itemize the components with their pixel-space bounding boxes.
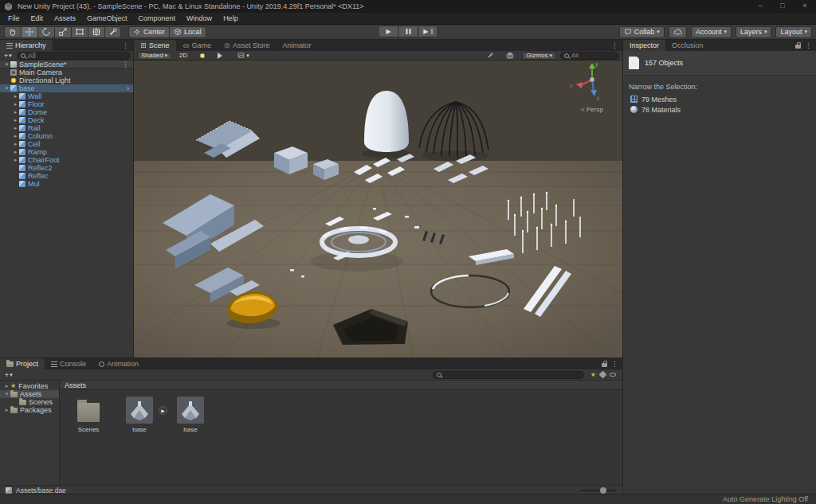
tab-game[interactable]: Game [176,40,218,51]
hierarchy-item-deck[interactable]: ▸Deck [0,116,133,124]
hierarchy-item-rail[interactable]: ▸Rail [0,124,133,132]
tab-inspector[interactable]: Inspector [623,40,665,51]
move-tool-button[interactable] [21,26,37,38]
foldout-open-icon[interactable]: ▾ [3,61,10,68]
minimize-button[interactable]: – [749,0,771,13]
tab-asset-store[interactable]: Asset Store [218,40,277,51]
foldout-closed-icon[interactable]: ▸ [12,108,19,116]
foldout-closed-icon[interactable]: ▸ [12,156,19,164]
tab-occlusion[interactable]: Occlusion [665,40,710,51]
foldout-closed-icon[interactable]: ▸ [12,100,19,108]
asset-item-base-mesh[interactable]: base [170,397,211,433]
hierarchy-item-column[interactable]: ▸Column [0,132,133,140]
foldout-closed-icon[interactable]: ▸ [3,382,10,390]
scene-search-input[interactable]: All [560,52,619,60]
asset-grid[interactable]: Scenes ▶ base base [60,390,622,485]
collab-button[interactable]: Collab▾ [619,26,665,38]
perspective-mode-label[interactable]: < Persp [581,106,603,113]
foldout-closed-icon[interactable]: ▸ [12,132,19,140]
foldout-closed-icon[interactable]: ▸ [12,148,19,156]
foldout-closed-icon[interactable]: ▸ [12,124,19,132]
hierarchy-item-dome[interactable]: ▸Dome [0,108,133,116]
menu-help[interactable]: Help [218,13,244,25]
zoom-slider-knob[interactable] [600,487,606,494]
hidden-packages-icon[interactable] [610,373,616,377]
hand-tool-button[interactable] [4,26,21,38]
subasset-expander-icon[interactable]: ▶ [159,406,167,415]
tab-project[interactable]: Project [0,358,45,369]
hierarchy-scene-row[interactable]: ▾ SampleScene* ⋮ [0,61,133,68]
foldout-closed-icon[interactable]: ▸ [3,406,10,414]
hierarchy-search-input[interactable]: All [17,52,131,60]
menu-file[interactable]: File [2,13,26,25]
foldout-open-icon[interactable]: ▾ [3,390,10,398]
favorite-filter-icon[interactable]: ★ [590,372,596,378]
project-search-input[interactable] [433,371,584,379]
meshes-filter-row[interactable]: 79 Meshes [623,94,816,104]
lock-icon[interactable] [602,363,607,367]
tab-hierarchy[interactable]: Hierarchy [0,40,53,51]
tree-favorites[interactable]: ▸ ★ Favorites [0,382,59,390]
materials-filter-row[interactable]: 78 Materials [623,104,816,115]
rect-tool-button[interactable] [71,26,88,38]
scene-options-icon[interactable]: ⋮ [122,61,133,68]
2d-toggle-button[interactable]: 2D [175,52,191,60]
hierarchy-item-reflec2[interactable]: Reflec2 [0,164,133,172]
scene-menu-icon[interactable]: ⋮ [611,40,618,51]
project-menu-icon[interactable]: ⋮ [611,358,618,369]
asset-item-scenes[interactable]: Scenes [68,397,109,433]
label-filter-icon[interactable] [599,371,607,379]
scene-camera-button[interactable] [502,52,518,60]
scene-audio-toggle[interactable] [214,52,230,60]
account-dropdown[interactable]: Account▾ [691,26,732,38]
auto-generate-lighting-status[interactable]: Auto Generate Lighting Off [723,495,808,503]
hierarchy-item-chairfoot[interactable]: ▸ChairFoot [0,156,133,164]
menu-component[interactable]: Component [133,13,182,25]
play-button[interactable]: ▶ [379,25,398,37]
tree-packages[interactable]: ▸ Packages [0,406,59,414]
menu-gameobject[interactable]: GameObject [81,13,133,25]
foldout-closed-icon[interactable]: ▸ [12,140,19,148]
scene-tools-button[interactable] [483,52,498,60]
close-button[interactable]: × [794,0,816,13]
hierarchy-item-base[interactable]: ▾ base › [0,84,133,92]
scale-tool-button[interactable] [54,26,71,38]
menu-assets[interactable]: Assets [49,13,81,25]
menu-edit[interactable]: Edit [26,13,49,25]
shading-mode-dropdown[interactable]: Shaded▾ [137,52,171,60]
tab-scene[interactable]: Scene [134,40,176,51]
asset-item-base-dae[interactable]: ▶ base [119,397,160,433]
scene-lighting-toggle[interactable] [195,52,210,60]
step-button[interactable]: ▶ [418,25,438,37]
pivot-toggle-button[interactable]: Center [128,26,169,38]
gizmo-center-cube[interactable] [590,78,594,82]
scene-viewport[interactable]: x y z < Persp [134,61,622,357]
tab-console[interactable]: Console [45,358,92,369]
project-create-button[interactable]: +▾ [3,371,14,379]
hierarchy-menu-icon[interactable]: ⋮ [122,40,129,51]
hierarchy-item-floor[interactable]: ▸Floor [0,100,133,108]
tab-animation[interactable]: Animation [92,358,145,369]
scene-effects-dropdown[interactable]: ▾ [233,52,253,60]
custom-tool-button[interactable] [104,26,121,38]
orientation-toggle-button[interactable]: Local [169,26,206,38]
foldout-closed-icon[interactable]: ▸ [12,92,19,100]
lock-icon[interactable] [795,45,801,49]
tree-scenes[interactable]: Scenes [0,398,59,406]
tab-animator[interactable]: Animator [277,40,318,51]
hierarchy-item-ramp[interactable]: ▸Ramp [0,148,133,156]
hierarchy-item-directional-light[interactable]: Directional Light [0,76,133,84]
maximize-button[interactable]: □ [771,0,794,13]
foldout-open-icon[interactable]: ▾ [3,84,10,92]
prefab-open-arrow-icon[interactable]: › [127,84,133,92]
gizmos-dropdown[interactable]: Gizmos▾ [522,52,556,60]
rotate-tool-button[interactable] [37,26,54,38]
layers-dropdown[interactable]: Layers▾ [736,26,772,38]
hierarchy-item-main-camera[interactable]: Main Camera [0,68,133,76]
pause-button[interactable] [398,25,418,37]
menu-window[interactable]: Window [181,13,218,25]
cloud-button[interactable] [669,26,687,38]
hierarchy-item-ceil[interactable]: ▸Ceil [0,140,133,148]
hierarchy-item-mul[interactable]: Mul [0,180,133,188]
hierarchy-item-reflec[interactable]: Reflec [0,172,133,180]
